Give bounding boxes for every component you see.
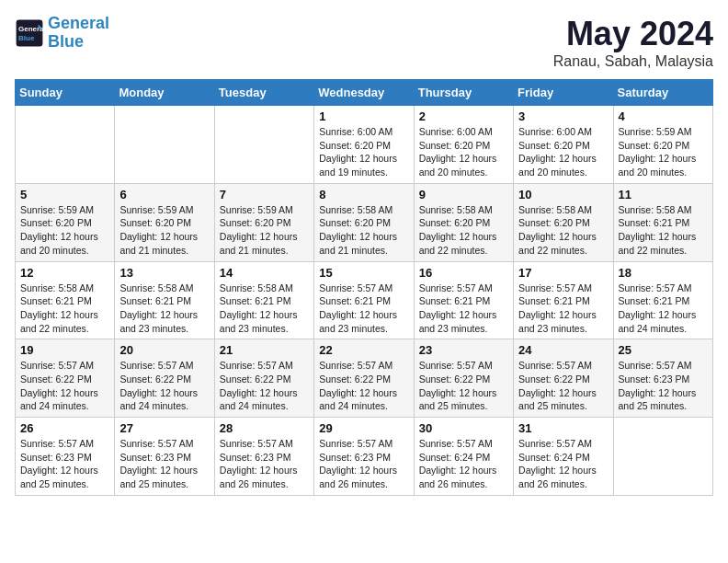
calendar-cell: 13Sunrise: 5:58 AM Sunset: 6:21 PM Dayli… <box>115 261 214 339</box>
day-info: Sunrise: 5:58 AM Sunset: 6:20 PM Dayligh… <box>419 203 508 258</box>
day-number: 6 <box>119 188 209 201</box>
day-info: Sunrise: 5:59 AM Sunset: 6:20 PM Dayligh… <box>220 203 309 258</box>
calendar-cell: 7Sunrise: 5:59 AM Sunset: 6:20 PM Daylig… <box>214 183 313 261</box>
day-number: 3 <box>518 109 608 123</box>
day-number: 26 <box>20 421 109 435</box>
svg-text:Blue: Blue <box>18 34 35 42</box>
calendar-cell: 26Sunrise: 5:57 AM Sunset: 6:23 PM Dayli… <box>16 418 115 496</box>
day-number: 20 <box>119 343 209 357</box>
day-info: Sunrise: 5:58 AM Sunset: 6:20 PM Dayligh… <box>319 203 408 258</box>
day-number: 7 <box>220 188 309 201</box>
day-number: 28 <box>220 421 309 435</box>
day-info: Sunrise: 5:58 AM Sunset: 6:20 PM Dayligh… <box>518 203 608 258</box>
day-number: 12 <box>20 266 109 280</box>
day-number: 1 <box>319 109 408 123</box>
calendar-cell <box>613 418 712 496</box>
calendar-cell: 3Sunrise: 6:00 AM Sunset: 6:20 PM Daylig… <box>514 106 613 184</box>
day-info: Sunrise: 5:57 AM Sunset: 6:22 PM Dayligh… <box>20 359 109 413</box>
day-info: Sunrise: 5:57 AM Sunset: 6:24 PM Dayligh… <box>419 437 508 491</box>
day-info: Sunrise: 5:57 AM Sunset: 6:23 PM Dayligh… <box>319 437 408 491</box>
calendar-cell: 17Sunrise: 5:57 AM Sunset: 6:21 PM Dayli… <box>514 261 613 339</box>
day-info: Sunrise: 5:57 AM Sunset: 6:23 PM Dayligh… <box>119 437 209 491</box>
calendar-cell: 6Sunrise: 5:59 AM Sunset: 6:20 PM Daylig… <box>115 183 214 261</box>
day-number: 5 <box>20 188 109 201</box>
calendar-cell: 31Sunrise: 5:57 AM Sunset: 6:24 PM Dayli… <box>514 418 613 496</box>
logo: General Blue General Blue <box>15 15 109 52</box>
day-info: Sunrise: 5:57 AM Sunset: 6:21 PM Dayligh… <box>419 282 508 336</box>
logo-icon: General Blue <box>15 18 44 48</box>
calendar-cell: 21Sunrise: 5:57 AM Sunset: 6:22 PM Dayli… <box>214 339 313 418</box>
calendar-cell: 12Sunrise: 5:58 AM Sunset: 6:21 PM Dayli… <box>16 261 115 339</box>
calendar-table: SundayMondayTuesdayWednesdayThursdayFrid… <box>15 79 713 496</box>
day-number: 31 <box>518 421 608 435</box>
day-number: 16 <box>419 266 508 280</box>
weekday-header: Monday <box>115 80 214 106</box>
day-number: 2 <box>419 109 508 123</box>
weekday-header-row: SundayMondayTuesdayWednesdayThursdayFrid… <box>16 80 713 106</box>
day-number: 4 <box>619 109 708 123</box>
calendar-cell: 10Sunrise: 5:58 AM Sunset: 6:20 PM Dayli… <box>514 183 613 261</box>
calendar-cell: 4Sunrise: 5:59 AM Sunset: 6:20 PM Daylig… <box>613 106 712 184</box>
day-info: Sunrise: 5:59 AM Sunset: 6:20 PM Dayligh… <box>20 203 109 258</box>
calendar-cell: 30Sunrise: 5:57 AM Sunset: 6:24 PM Dayli… <box>414 418 513 496</box>
day-info: Sunrise: 5:57 AM Sunset: 6:22 PM Dayligh… <box>319 359 408 413</box>
day-info: Sunrise: 5:57 AM Sunset: 6:24 PM Dayligh… <box>518 437 608 491</box>
calendar-cell: 15Sunrise: 5:57 AM Sunset: 6:21 PM Dayli… <box>314 261 414 339</box>
logo-text: General Blue <box>48 15 109 52</box>
calendar-cell: 29Sunrise: 5:57 AM Sunset: 6:23 PM Dayli… <box>314 418 414 496</box>
day-number: 23 <box>419 343 508 357</box>
day-info: Sunrise: 5:57 AM Sunset: 6:22 PM Dayligh… <box>518 359 608 413</box>
day-number: 29 <box>319 421 408 435</box>
weekday-header: Tuesday <box>214 80 313 106</box>
day-number: 25 <box>619 343 708 357</box>
day-info: Sunrise: 6:00 AM Sunset: 6:20 PM Dayligh… <box>419 125 508 179</box>
day-number: 15 <box>319 266 408 280</box>
calendar-week-row: 19Sunrise: 5:57 AM Sunset: 6:22 PM Dayli… <box>16 339 713 418</box>
day-number: 27 <box>119 421 209 435</box>
calendar-cell: 16Sunrise: 5:57 AM Sunset: 6:21 PM Dayli… <box>414 261 513 339</box>
day-info: Sunrise: 5:57 AM Sunset: 6:21 PM Dayligh… <box>518 282 608 336</box>
calendar-cell: 22Sunrise: 5:57 AM Sunset: 6:22 PM Dayli… <box>314 339 414 418</box>
day-number: 13 <box>119 266 209 280</box>
day-number: 22 <box>319 343 408 357</box>
day-info: Sunrise: 6:00 AM Sunset: 6:20 PM Dayligh… <box>518 125 608 179</box>
day-info: Sunrise: 5:58 AM Sunset: 6:21 PM Dayligh… <box>619 203 708 258</box>
day-info: Sunrise: 5:59 AM Sunset: 6:20 PM Dayligh… <box>619 125 708 179</box>
day-info: Sunrise: 5:58 AM Sunset: 6:21 PM Dayligh… <box>20 282 109 336</box>
day-number: 21 <box>220 343 309 357</box>
weekday-header: Thursday <box>414 80 513 106</box>
calendar-cell: 14Sunrise: 5:58 AM Sunset: 6:21 PM Dayli… <box>214 261 313 339</box>
calendar-week-row: 12Sunrise: 5:58 AM Sunset: 6:21 PM Dayli… <box>16 261 713 339</box>
calendar-cell: 27Sunrise: 5:57 AM Sunset: 6:23 PM Dayli… <box>115 418 214 496</box>
day-info: Sunrise: 5:57 AM Sunset: 6:22 PM Dayligh… <box>419 359 508 413</box>
day-number: 9 <box>419 188 508 201</box>
location: Ranau, Sabah, Malaysia <box>553 53 713 70</box>
day-info: Sunrise: 5:57 AM Sunset: 6:21 PM Dayligh… <box>619 282 708 336</box>
calendar-cell <box>214 106 313 184</box>
day-number: 30 <box>419 421 508 435</box>
day-number: 11 <box>619 188 708 201</box>
day-info: Sunrise: 5:59 AM Sunset: 6:20 PM Dayligh… <box>119 203 209 258</box>
day-info: Sunrise: 6:00 AM Sunset: 6:20 PM Dayligh… <box>319 125 408 179</box>
page-header: General Blue General Blue May 2024 Ranau… <box>15 15 713 70</box>
day-info: Sunrise: 5:57 AM Sunset: 6:21 PM Dayligh… <box>319 282 408 336</box>
calendar-cell: 11Sunrise: 5:58 AM Sunset: 6:21 PM Dayli… <box>613 183 712 261</box>
calendar-cell: 25Sunrise: 5:57 AM Sunset: 6:23 PM Dayli… <box>613 339 712 418</box>
calendar-cell: 5Sunrise: 5:59 AM Sunset: 6:20 PM Daylig… <box>16 183 115 261</box>
calendar-cell: 19Sunrise: 5:57 AM Sunset: 6:22 PM Dayli… <box>16 339 115 418</box>
day-number: 18 <box>619 266 708 280</box>
weekday-header: Wednesday <box>314 80 414 106</box>
calendar-cell: 24Sunrise: 5:57 AM Sunset: 6:22 PM Dayli… <box>514 339 613 418</box>
day-info: Sunrise: 5:57 AM Sunset: 6:22 PM Dayligh… <box>220 359 309 413</box>
calendar-cell: 1Sunrise: 6:00 AM Sunset: 6:20 PM Daylig… <box>314 106 414 184</box>
weekday-header: Saturday <box>613 80 712 106</box>
calendar-cell <box>115 106 214 184</box>
calendar-week-row: 5Sunrise: 5:59 AM Sunset: 6:20 PM Daylig… <box>16 183 713 261</box>
weekday-header: Friday <box>514 80 613 106</box>
weekday-header: Sunday <box>16 80 115 106</box>
day-number: 19 <box>20 343 109 357</box>
day-info: Sunrise: 5:57 AM Sunset: 6:22 PM Dayligh… <box>119 359 209 413</box>
calendar-cell: 18Sunrise: 5:57 AM Sunset: 6:21 PM Dayli… <box>613 261 712 339</box>
day-info: Sunrise: 5:57 AM Sunset: 6:23 PM Dayligh… <box>20 437 109 491</box>
day-number: 8 <box>319 188 408 201</box>
